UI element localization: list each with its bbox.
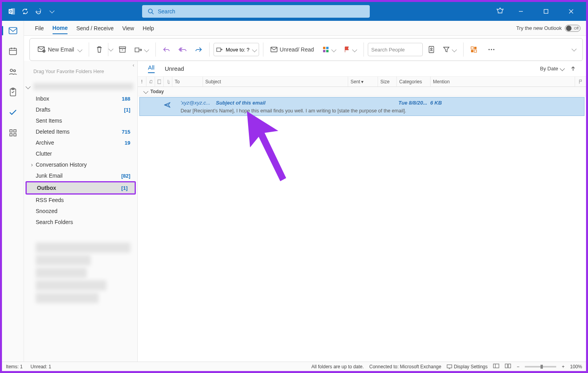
status-bar: Items: 1 Unread: 1 All folders are up to… — [2, 362, 586, 371]
view-normal-icon[interactable] — [493, 364, 499, 369]
try-new-toggle[interactable]: Off — [565, 25, 581, 32]
flag-button[interactable] — [341, 42, 360, 57]
svg-rect-38 — [505, 364, 508, 368]
undo-icon[interactable] — [34, 7, 43, 16]
categorize-button[interactable] — [320, 42, 339, 57]
tab-send-receive[interactable]: Send / Receive — [76, 23, 113, 34]
archive-button[interactable] — [116, 42, 129, 57]
move-to-dropdown[interactable]: Move to: ? — [214, 43, 259, 56]
folder-clutter[interactable]: Clutter — [24, 148, 137, 159]
forward-button[interactable] — [192, 42, 205, 57]
reply-all-button[interactable] — [175, 42, 190, 57]
col-categories[interactable]: Categories — [397, 77, 431, 86]
folder-inbox[interactable]: Inbox188 — [24, 93, 137, 104]
sync-icon[interactable] — [21, 7, 29, 16]
svg-text:O: O — [9, 9, 12, 13]
zoom-in-button[interactable]: + — [562, 364, 564, 369]
folder-outbox[interactable]: Outbox[1] — [27, 182, 135, 193]
col-flag[interactable] — [575, 77, 586, 86]
group-today[interactable]: Today — [138, 87, 586, 96]
collapse-folder-icon[interactable]: ‹ — [133, 62, 134, 68]
filter-unread[interactable]: Unread — [165, 65, 184, 72]
col-icon[interactable] — [155, 77, 164, 86]
blurred-account — [36, 255, 91, 265]
folder-conversation-history[interactable]: ›Conversation History — [24, 159, 137, 170]
svg-rect-26 — [9, 48, 16, 55]
quick-access-dropdown-icon[interactable] — [47, 7, 56, 16]
minimize-button[interactable] — [513, 2, 529, 21]
delete-dropdown[interactable] — [108, 43, 113, 56]
folder-rss-feeds[interactable]: RSS Feeds — [24, 195, 137, 206]
nav-people[interactable] — [6, 66, 20, 77]
col-attachment[interactable] — [164, 77, 172, 86]
col-size[interactable]: Size — [378, 77, 397, 86]
message-row[interactable]: 'xyz@xyz.c... Subject of this email Tue … — [139, 97, 584, 116]
col-mention[interactable]: Mention — [431, 77, 575, 86]
svg-rect-13 — [326, 47, 329, 49]
maximize-button[interactable] — [538, 2, 554, 21]
folder-snoozed[interactable]: Snoozed — [24, 206, 137, 217]
sort-direction-icon[interactable] — [570, 66, 576, 72]
view-reading-icon[interactable] — [505, 364, 511, 369]
folder-deleted-items[interactable]: Deleted Items715 — [24, 126, 137, 137]
delete-button[interactable] — [93, 42, 106, 57]
col-subject[interactable]: Subject — [203, 77, 348, 86]
nav-todo[interactable] — [6, 107, 20, 118]
filter-button[interactable] — [440, 42, 459, 57]
tab-file[interactable]: File — [35, 23, 44, 34]
premium-icon[interactable] — [497, 7, 504, 16]
address-book-button[interactable] — [425, 42, 438, 57]
nav-mail[interactable] — [6, 25, 20, 37]
navigation-rail — [2, 21, 24, 362]
addins-button[interactable] — [467, 42, 480, 57]
svg-rect-35 — [158, 80, 161, 84]
zoom-level: 100% — [570, 364, 582, 369]
tab-home[interactable]: Home — [53, 22, 68, 34]
reply-button[interactable] — [160, 42, 173, 57]
column-headers: ! To Subject Sent▾ Size Categories Menti… — [138, 77, 586, 87]
col-sent[interactable]: Sent▾ — [348, 77, 378, 86]
more-commands-button[interactable] — [485, 42, 498, 57]
search-input[interactable] — [158, 8, 364, 15]
svg-point-27 — [10, 69, 13, 72]
col-importance[interactable]: ! — [138, 77, 146, 86]
tab-view[interactable]: View — [122, 23, 134, 34]
svg-point-17 — [431, 48, 432, 50]
message-pane: All Unread By Date ! To Subject Sent▾ Si… — [138, 61, 586, 362]
svg-rect-34 — [14, 134, 16, 136]
account-header[interactable] — [24, 81, 137, 92]
blurred-account — [36, 243, 130, 253]
svg-rect-15 — [326, 50, 329, 52]
move-button[interactable] — [131, 42, 152, 57]
folder-archive[interactable]: Archive19 — [24, 137, 137, 148]
svg-rect-18 — [471, 47, 473, 49]
folder-sent-items[interactable]: Sent Items — [24, 115, 137, 126]
nav-tasks[interactable] — [6, 86, 20, 98]
search-box[interactable] — [142, 5, 370, 18]
svg-rect-9 — [135, 48, 139, 52]
svg-rect-37 — [493, 364, 499, 368]
message-preview: Dear [Recipient's Name], I hope this ema… — [181, 108, 406, 114]
folder-search-folders[interactable]: Search Folders — [24, 217, 137, 228]
ribbon-collapse-button[interactable] — [570, 49, 578, 51]
close-button[interactable] — [563, 2, 579, 21]
zoom-slider[interactable] — [525, 366, 556, 367]
message-to: 'xyz@xyz.c... — [181, 100, 212, 106]
display-settings-button[interactable]: Display Settings — [447, 364, 488, 369]
zoom-out-button[interactable]: − — [517, 364, 519, 369]
nav-more-apps[interactable] — [6, 127, 20, 139]
nav-calendar[interactable] — [6, 45, 20, 57]
filter-all[interactable]: All — [148, 64, 155, 73]
search-people-input[interactable] — [368, 43, 423, 56]
status-unread: Unread: 1 — [31, 364, 51, 369]
sort-by-date[interactable]: By Date — [540, 66, 558, 72]
col-to[interactable]: To — [172, 77, 203, 86]
folder-junk-email[interactable]: Junk Email[82] — [24, 170, 137, 181]
tab-help[interactable]: Help — [143, 23, 154, 34]
col-reminder[interactable] — [146, 77, 155, 86]
new-email-button[interactable]: New Email — [35, 42, 85, 57]
svg-rect-21 — [474, 50, 477, 52]
unread-read-button[interactable]: Unread/ Read — [267, 42, 317, 57]
folder-drafts[interactable]: Drafts[1] — [24, 104, 137, 115]
try-new-outlook: Try the new Outlook Off — [516, 25, 586, 32]
